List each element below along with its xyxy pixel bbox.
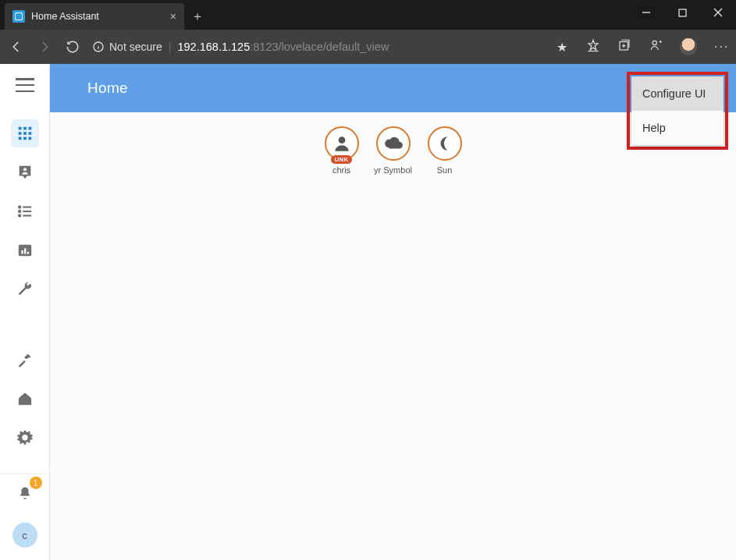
- overflow-menu: Configure UI Help: [631, 76, 724, 145]
- chart-icon: [16, 242, 34, 259]
- nav-forward-button[interactable]: [36, 40, 53, 54]
- sidebar-item-map[interactable]: [11, 158, 39, 186]
- sidebar-item-config[interactable]: [11, 275, 39, 303]
- sidebar-item-notifications[interactable]: 1: [11, 480, 39, 508]
- window-titlebar: Home Assistant × ＋: [0, 0, 736, 30]
- favorites-list-icon[interactable]: [586, 38, 600, 55]
- svg-rect-33: [24, 248, 26, 253]
- notification-badge: 1: [30, 477, 42, 489]
- svg-point-24: [23, 168, 26, 171]
- svg-point-28: [19, 206, 20, 207]
- person-icon: [332, 133, 352, 154]
- browser-toolbar: Not secure | 192.168.1.125:8123/lovelace…: [0, 30, 736, 64]
- svg-rect-18: [18, 132, 21, 135]
- sidebar: 1 c: [0, 64, 50, 560]
- wrench-icon: [16, 281, 34, 298]
- collections-icon[interactable]: [617, 38, 631, 55]
- svg-point-29: [19, 211, 20, 212]
- sidebar-item-devtools[interactable]: [11, 346, 39, 374]
- svg-point-41: [338, 136, 345, 144]
- entity-label: chris: [332, 165, 350, 175]
- moon-icon: [435, 133, 455, 154]
- svg-point-38: [21, 396, 23, 398]
- gear-icon: [16, 429, 34, 446]
- svg-rect-34: [27, 252, 28, 254]
- badge-status-unk: UNK: [331, 155, 351, 164]
- sidebar-item-hass[interactable]: [11, 385, 39, 413]
- hammer-icon: [16, 351, 34, 368]
- info-icon: [92, 41, 105, 53]
- entity-label: Sun: [437, 165, 453, 175]
- window-maximize-button[interactable]: [664, 0, 700, 25]
- svg-rect-17: [28, 127, 31, 130]
- apps-grid-icon: [16, 125, 34, 142]
- entity-label: yr Symbol: [374, 165, 412, 175]
- profile-avatar-icon[interactable]: [680, 38, 697, 55]
- cloud-icon: [383, 133, 404, 154]
- sidebar-item-logbook[interactable]: [11, 197, 39, 225]
- svg-point-40: [23, 396, 25, 398]
- person-pin-icon: [16, 164, 34, 181]
- url-path: :8123/lovelace/default_view: [250, 41, 389, 53]
- sidebar-item-history[interactable]: [11, 236, 39, 264]
- menu-item-configure-ui[interactable]: Configure UI: [631, 76, 724, 111]
- entity-badge-sun[interactable]: Sun: [425, 126, 464, 175]
- browser-tab[interactable]: Home Assistant ×: [5, 3, 184, 30]
- url-host: 192.168.1.125: [177, 41, 250, 53]
- sidebar-item-overview[interactable]: [11, 119, 39, 147]
- security-indicator[interactable]: Not secure: [92, 41, 162, 53]
- tab-close-icon[interactable]: ×: [170, 10, 176, 23]
- nav-back-button[interactable]: [8, 40, 25, 54]
- entity-badge-chris[interactable]: UNK chris: [322, 126, 361, 175]
- list-icon: [16, 203, 34, 220]
- entity-badge-weather[interactable]: yr Symbol: [374, 126, 413, 175]
- security-label: Not secure: [109, 41, 162, 53]
- window-minimize-button[interactable]: [628, 0, 664, 25]
- tab-title: Home Assistant: [31, 11, 99, 22]
- bell-icon: [16, 485, 34, 502]
- account-icon[interactable]: [649, 38, 663, 55]
- tab-favicon: [12, 10, 25, 23]
- entity-badges-row: UNK chris yr Symbol Sun: [322, 126, 464, 175]
- svg-rect-32: [21, 250, 23, 254]
- address-bar[interactable]: Not secure | 192.168.1.125:8123/lovelace…: [92, 35, 544, 58]
- favorite-star-icon[interactable]: ★: [555, 40, 569, 55]
- window-close-button[interactable]: [700, 0, 736, 25]
- new-tab-button[interactable]: ＋: [184, 3, 211, 30]
- svg-point-30: [19, 214, 20, 216]
- svg-rect-15: [18, 127, 21, 130]
- home-assistant-icon: [16, 390, 34, 407]
- nav-refresh-button[interactable]: [64, 40, 81, 54]
- browser-menu-icon[interactable]: ···: [714, 40, 728, 54]
- svg-rect-1: [679, 9, 686, 16]
- svg-point-39: [27, 398, 28, 399]
- page-title: Home: [87, 80, 128, 97]
- highlight-frame: Configure UI Help: [627, 72, 728, 150]
- sidebar-item-settings[interactable]: [11, 424, 39, 452]
- sidebar-user-avatar[interactable]: c: [12, 523, 37, 548]
- svg-rect-16: [23, 127, 27, 130]
- svg-rect-21: [18, 137, 21, 140]
- main-area: Home UNK chris yr Symbol: [50, 64, 736, 560]
- svg-point-12: [652, 41, 656, 44]
- svg-marker-7: [588, 40, 598, 50]
- svg-rect-22: [23, 137, 27, 140]
- menu-item-help[interactable]: Help: [631, 111, 724, 145]
- sidebar-toggle-button[interactable]: [16, 78, 34, 92]
- window-controls: [628, 0, 736, 25]
- svg-rect-23: [28, 137, 31, 140]
- svg-rect-20: [28, 132, 31, 135]
- svg-rect-19: [23, 132, 27, 135]
